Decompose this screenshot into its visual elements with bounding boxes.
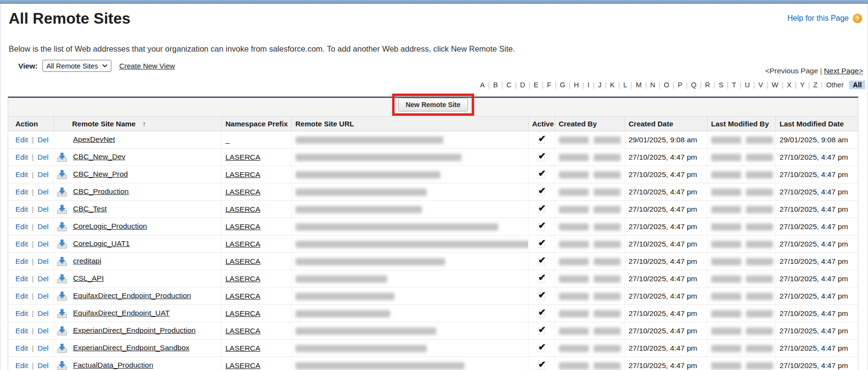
edit-link[interactable]: Edit — [15, 240, 28, 248]
alpha-filter-m[interactable]: M — [632, 81, 645, 89]
namespace-prefix-link[interactable]: LASERCA — [226, 257, 260, 265]
remote-site-name-link[interactable]: ExperianDirect_Endpoint_Production — [73, 326, 196, 334]
alpha-filter-a[interactable]: A — [476, 81, 488, 89]
alpha-filter-k[interactable]: K — [607, 81, 618, 89]
column-header-remote-site-url[interactable]: Remote Site URL — [291, 117, 528, 131]
alpha-filter-q[interactable]: Q — [688, 81, 700, 89]
alpha-filter-e[interactable]: E — [530, 81, 542, 89]
column-header-action[interactable]: Action — [8, 117, 54, 131]
column-header-last-modified-date[interactable]: Last Modified Date — [775, 117, 858, 131]
column-header-created-by[interactable]: Created By — [555, 117, 624, 131]
alpha-filter-z[interactable]: Z — [810, 81, 821, 89]
namespace-prefix-link[interactable]: LASERCA — [226, 274, 260, 283]
remote-site-name-link[interactable]: CBC_Test — [73, 205, 107, 213]
remote-site-name-link[interactable]: EquifaxDirect_Endpoint_UAT — [73, 309, 170, 317]
remote-site-name-link[interactable]: EquifaxDirect_Endpoint_Production — [73, 291, 191, 300]
new-remote-site-button[interactable]: New Remote Site — [398, 98, 468, 111]
alpha-filter-other[interactable]: Other — [823, 81, 847, 89]
edit-link[interactable]: Edit — [15, 136, 28, 144]
namespace-prefix-link[interactable]: LASERCA — [226, 205, 260, 213]
alpha-filter-l[interactable]: L — [620, 81, 631, 89]
namespace-prefix-link[interactable]: LASERCA — [226, 361, 260, 370]
alpha-filter-o[interactable]: O — [661, 81, 673, 89]
namespace-prefix-link[interactable]: LASERCA — [226, 344, 260, 352]
remote-site-name-link[interactable]: CBC_New_Dev — [73, 152, 126, 161]
edit-link[interactable]: Edit — [15, 292, 28, 300]
remote-site-name-link[interactable]: creditapi — [73, 257, 102, 265]
del-link[interactable]: Del — [38, 188, 49, 196]
edit-link[interactable]: Edit — [15, 222, 28, 231]
remote-site-name-link[interactable]: CBC_Production — [73, 187, 129, 195]
next-page-link[interactable]: Next Page> — [824, 67, 863, 75]
alpha-filter-f[interactable]: F — [543, 81, 555, 89]
namespace-prefix-link[interactable]: LASERCA — [226, 170, 260, 178]
alpha-filter-r[interactable]: R — [702, 81, 713, 89]
alpha-filter-h[interactable]: H — [570, 81, 582, 89]
edit-link[interactable]: Edit — [15, 309, 28, 317]
column-header-active[interactable]: Active — [528, 117, 555, 131]
alpha-filter-w[interactable]: W — [768, 81, 782, 89]
namespace-prefix-link[interactable]: LASERCA — [226, 153, 260, 161]
alpha-filter-c[interactable]: C — [503, 81, 515, 89]
help-question-icon[interactable]: ? — [853, 14, 862, 23]
view-select[interactable]: All Remote Sites — [42, 60, 111, 72]
del-link[interactable]: Del — [38, 136, 49, 144]
alpha-filter-s[interactable]: S — [715, 81, 727, 89]
edit-link[interactable]: Edit — [15, 274, 28, 283]
alpha-filter-g[interactable]: G — [556, 81, 569, 89]
edit-link[interactable]: Edit — [15, 257, 28, 265]
remote-site-name-link[interactable]: CBC_New_Prod — [73, 170, 128, 178]
column-header-last-modified-by[interactable]: Last Modified By — [707, 117, 775, 131]
alpha-filter-n[interactable]: N — [647, 81, 658, 89]
alpha-filter-j[interactable]: J — [595, 81, 605, 89]
previous-page-link[interactable]: <Previous Page — [765, 67, 818, 75]
alpha-filter-i[interactable]: I — [584, 81, 593, 89]
del-link[interactable]: Del — [38, 309, 49, 317]
del-link[interactable]: Del — [38, 240, 49, 248]
edit-link[interactable]: Edit — [15, 170, 28, 178]
create-new-view-link[interactable]: Create New View — [119, 62, 175, 70]
alpha-filter-y[interactable]: Y — [797, 81, 808, 89]
del-link[interactable]: Del — [38, 257, 49, 265]
namespace-prefix-link[interactable]: LASERCA — [226, 240, 260, 248]
alpha-filter-d[interactable]: D — [517, 81, 529, 89]
alpha-filter-v[interactable]: V — [755, 81, 767, 89]
download-icon-template — [57, 222, 68, 232]
remote-site-name-link[interactable]: CSL_API — [73, 274, 104, 282]
edit-link[interactable]: Edit — [15, 344, 28, 352]
alpha-filter-u[interactable]: U — [741, 81, 753, 89]
del-link[interactable]: Del — [38, 222, 49, 231]
del-link[interactable]: Del — [38, 292, 49, 300]
edit-link[interactable]: Edit — [15, 327, 28, 335]
del-link[interactable]: Del — [38, 344, 49, 352]
namespace-prefix-link[interactable]: LASERCA — [226, 188, 260, 196]
del-link[interactable]: Del — [38, 170, 49, 178]
help-for-this-page-link[interactable]: Help for this Page — [787, 14, 849, 23]
remote-site-name-link[interactable]: CoreLogic_UAT1 — [73, 239, 130, 247]
del-link[interactable]: Del — [38, 361, 49, 370]
remote-site-name-link[interactable]: ExperianDirect_Endpoint_Sandbox — [73, 343, 190, 352]
namespace-prefix-link[interactable]: LASERCA — [226, 292, 260, 300]
remote-site-name-link[interactable]: FactualData_Production — [73, 361, 153, 369]
column-header-created-date[interactable]: Created Date — [624, 117, 707, 131]
edit-link[interactable]: Edit — [15, 188, 28, 196]
edit-link[interactable]: Edit — [15, 205, 28, 213]
alpha-filter-all[interactable]: All — [849, 81, 865, 89]
del-link[interactable]: Del — [38, 205, 49, 213]
del-link[interactable]: Del — [38, 153, 49, 161]
alpha-filter-t[interactable]: T — [729, 81, 740, 89]
alpha-filter-b[interactable]: B — [490, 81, 502, 89]
edit-link[interactable]: Edit — [15, 361, 28, 370]
alpha-filter-p[interactable]: P — [675, 81, 686, 89]
remote-site-name-link[interactable]: ApexDevNet — [73, 135, 115, 143]
edit-link[interactable]: Edit — [15, 153, 28, 161]
remote-site-name-link[interactable]: CoreLogic_Production — [73, 222, 147, 230]
namespace-prefix-link[interactable]: LASERCA — [226, 309, 260, 317]
column-header-remote-site-name[interactable]: Remote Site Name↑ — [54, 117, 221, 131]
namespace-prefix-link[interactable]: LASERCA — [226, 327, 260, 335]
del-link[interactable]: Del — [38, 327, 49, 335]
alpha-filter-x[interactable]: X — [784, 81, 795, 89]
del-link[interactable]: Del — [38, 274, 49, 283]
namespace-prefix-link[interactable]: LASERCA — [226, 222, 260, 231]
column-header-namespace-prefix[interactable]: Namespace Prefix — [221, 117, 291, 131]
